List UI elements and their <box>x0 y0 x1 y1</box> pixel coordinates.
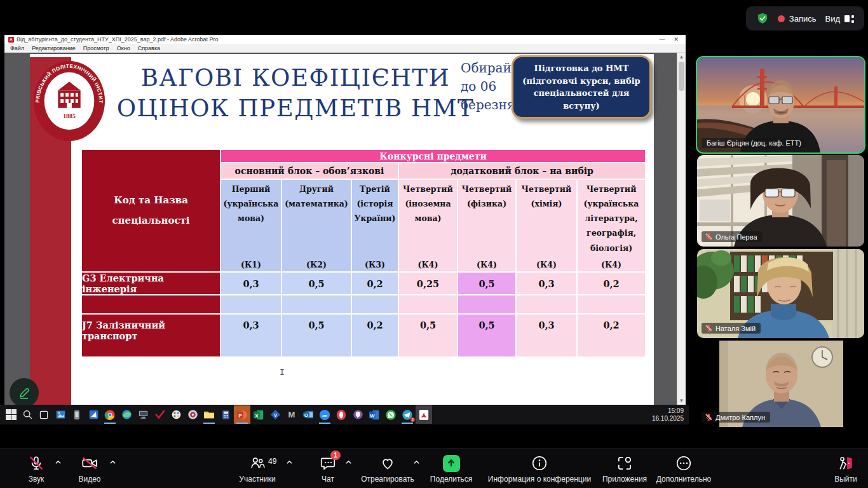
task-view-button[interactable] <box>36 405 52 424</box>
cell-value: 0,3 <box>220 314 281 357</box>
encryption-shield-icon <box>756 12 769 25</box>
chat-button[interactable]: 1 Чат <box>310 454 346 484</box>
taskbar-powerpoint-active[interactable]: P <box>234 405 250 424</box>
leave-button[interactable]: Выйти <box>825 454 867 484</box>
video-options-caret[interactable] <box>109 459 116 465</box>
minimize-button[interactable]: — <box>656 36 668 43</box>
leave-icon <box>837 454 855 473</box>
taskbar-phone-link[interactable] <box>69 405 85 424</box>
taskbar-clock[interactable]: 15:09 16.10.2025 <box>652 407 684 423</box>
edge-icon <box>121 409 132 420</box>
meeting-toolbar: Звук Видео 49 Участники 1 Чат <box>0 448 868 488</box>
slide-title: ВАГОВІ КОЕФІЦІЄНТИ ОЦІНОК ПРЕДМЕТІВ НМТ <box>101 63 490 124</box>
acrobat-window-title: Від_абітурієнта_до_студента_НТУ_ХПІ_2025… <box>17 36 219 43</box>
video-tile-speaker[interactable]: Багіш Єріцян (доц. каф. ЕТТ) <box>697 57 864 152</box>
chrome-icon <box>104 409 116 421</box>
callout-line: вступу) <box>516 100 647 112</box>
muted-mic-icon <box>705 233 713 241</box>
taskbar-search[interactable] <box>19 405 36 424</box>
react-button[interactable]: Отреагировать <box>357 454 418 484</box>
cell-value <box>458 295 516 314</box>
participant-nametag: Наталя Змій <box>702 323 761 334</box>
taskbar-opera[interactable] <box>333 405 349 424</box>
cell-value: 0,3 <box>516 314 577 357</box>
taskbar-outlook[interactable]: O <box>300 405 316 424</box>
taskbar-red-check-app[interactable] <box>151 405 168 424</box>
taskbar-file-explorer[interactable] <box>201 405 217 424</box>
participant-name: Наталя Змій <box>715 325 756 332</box>
cell-value: 0,5 <box>398 314 458 357</box>
more-icon <box>675 454 692 473</box>
taskbar-app-m[interactable]: M <box>283 405 300 424</box>
svg-text:O: O <box>304 412 308 418</box>
m-letter-icon: M <box>288 410 295 419</box>
recording-indicator: Запись <box>778 14 817 24</box>
share-screen-button[interactable]: Поделиться <box>427 454 475 484</box>
scroll-down-icon[interactable]: ▼ <box>677 396 686 405</box>
taskbar-zoom[interactable]: zm <box>316 405 333 424</box>
audio-options-caret[interactable] <box>55 459 61 465</box>
taskbar-viber[interactable] <box>349 405 366 424</box>
taskbar-telegram[interactable]: 2 <box>399 405 416 424</box>
gallery-view-icon <box>844 15 854 23</box>
annotate-button[interactable] <box>10 378 39 407</box>
task-view-icon <box>39 410 49 420</box>
menu-edit[interactable]: Редактирование <box>29 45 79 51</box>
cell-value: 0,3 <box>516 272 577 295</box>
svg-text:W: W <box>370 412 375 418</box>
cell-value <box>351 295 398 314</box>
taskbar-whatsapp[interactable] <box>383 405 399 424</box>
taskbar-paint3d[interactable] <box>168 405 184 424</box>
participants-button[interactable]: 49 Участники <box>229 454 286 484</box>
video-tile-participant[interactable]: Дмитро Каплун <box>697 341 864 427</box>
menu-help[interactable]: Справка <box>135 45 163 51</box>
participant-name: Ольга Перва <box>715 233 757 241</box>
menu-file[interactable]: Файл <box>7 45 27 51</box>
video-button[interactable]: Видео <box>69 454 111 484</box>
row-name: G3 Електрична інженерія <box>81 272 220 295</box>
close-button[interactable]: ✕ <box>670 36 682 43</box>
start-button[interactable] <box>3 405 19 424</box>
deadline-line: Обирай <box>461 59 515 78</box>
taskbar-acrobat-active[interactable] <box>416 405 432 424</box>
menu-window[interactable]: Окно <box>114 45 133 51</box>
more-label: Дополнительно <box>656 475 711 484</box>
pdf-file-icon: A <box>8 37 14 43</box>
more-button[interactable]: Дополнительно <box>653 454 714 484</box>
table-row: J7 Залізничний транспорт 0,3 0,5 0,2 0,5… <box>81 314 646 357</box>
column-header: Четвертий (фізика)(К4) <box>458 179 516 272</box>
taskbar-app-blue-v[interactable]: V <box>267 405 283 424</box>
zoom-meeting-window: Запись Вид A Від_абітурієнта_до_студента… <box>0 0 868 488</box>
taskbar-this-pc[interactable] <box>135 405 151 424</box>
taskbar-chrome[interactable] <box>102 405 118 424</box>
powerpoint-icon: P <box>236 409 248 421</box>
video-label: Видео <box>78 475 100 484</box>
taskbar-photos[interactable] <box>52 405 69 424</box>
meeting-info-button[interactable]: Информация о конференции <box>485 454 593 484</box>
callout-line: спеціальностей для <box>516 87 647 100</box>
taskbar-snipping-tool[interactable] <box>85 405 102 424</box>
taskbar-app-round-red[interactable] <box>184 405 201 424</box>
video-tile-participant[interactable]: Наталя Змій <box>697 249 864 338</box>
react-options-caret[interactable] <box>413 459 419 465</box>
cell-value: 0,2 <box>351 314 398 357</box>
taskbar-calculator[interactable] <box>217 405 234 424</box>
taskbar-edge[interactable] <box>118 405 135 424</box>
menu-view[interactable]: Просмотр <box>80 45 112 51</box>
pdf-scrollbar[interactable]: ▲ ▼ <box>677 53 686 405</box>
taskbar-word[interactable]: W <box>366 405 383 424</box>
audio-button[interactable]: Звук <box>15 454 57 484</box>
share-label: Поделиться <box>430 475 472 484</box>
view-button[interactable]: Вид <box>825 14 854 24</box>
apps-button[interactable]: Приложения <box>600 454 649 484</box>
chat-options-caret[interactable] <box>345 459 351 465</box>
scrollbar-thumb[interactable] <box>679 62 684 91</box>
scroll-up-icon[interactable]: ▲ <box>677 53 686 61</box>
cell-value: 0,2 <box>577 314 646 357</box>
participants-options-caret[interactable] <box>286 459 292 465</box>
video-tile-participant[interactable]: Ольга Перва <box>697 155 864 247</box>
pencil-icon <box>17 385 32 400</box>
taskbar-excel[interactable]: X <box>250 405 267 424</box>
participants-count: 49 <box>268 457 276 466</box>
pdf-view-area: ХАРКІВСЬКИЙ ПОЛІТЕХНІЧНИЙ ІНСТИТУТ ° Н Т… <box>4 53 686 405</box>
